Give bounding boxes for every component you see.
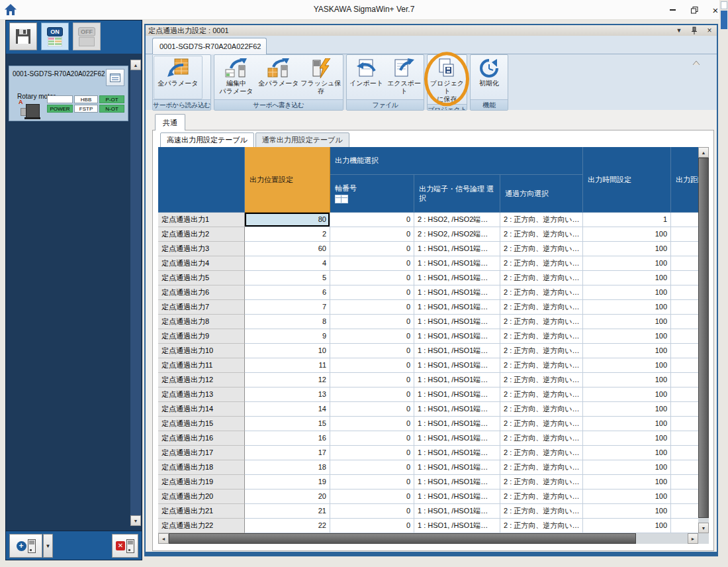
- cell-output-time[interactable]: 1: [583, 213, 671, 227]
- cell-output-time[interactable]: 100: [583, 519, 671, 533]
- cell-output-terminal[interactable]: 2 : HSO2, /HSO2端…: [414, 227, 500, 242]
- cell-output-time[interactable]: 100: [583, 475, 671, 490]
- cell-output-time[interactable]: 100: [583, 300, 671, 315]
- cell-passing-direction[interactable]: 2 : 正方向、逆方向い…: [500, 431, 583, 446]
- cell-axis-number[interactable]: 0: [330, 460, 414, 475]
- cell-axis-number[interactable]: 0: [330, 358, 414, 373]
- cell-axis-number[interactable]: 0: [330, 315, 414, 329]
- cell-passing-direction[interactable]: 2 : 正方向、逆方向い…: [500, 519, 583, 533]
- sidebar-scrollbar[interactable]: ▲ ▼: [130, 60, 141, 526]
- cell-axis-number[interactable]: 0: [330, 242, 414, 256]
- cell-output-position[interactable]: 10: [245, 344, 330, 358]
- cell-axis-number[interactable]: 0: [330, 227, 414, 242]
- cell-axis-number[interactable]: 0: [330, 285, 414, 300]
- cell-passing-direction[interactable]: 2 : 正方向、逆方向い…: [500, 490, 583, 504]
- cell-output-terminal[interactable]: 1 : HSO1, /HSO1端…: [414, 373, 500, 387]
- cell-axis-number[interactable]: 0: [330, 490, 414, 504]
- cell-output-distance[interactable]: [671, 344, 698, 358]
- cell-output-terminal[interactable]: 1 : HSO1, /HSO1端…: [414, 460, 500, 475]
- minimize-icon[interactable]: [665, 4, 680, 16]
- cell-passing-direction[interactable]: 2 : 正方向、逆方向い…: [500, 460, 583, 475]
- cell-axis-number[interactable]: 0: [330, 475, 414, 490]
- cell-output-distance[interactable]: [671, 329, 698, 344]
- ribbon-button-export[interactable]: エクスポート: [385, 56, 423, 99]
- save-button[interactable]: [9, 23, 37, 50]
- cell-output-distance[interactable]: [671, 285, 698, 300]
- cell-axis-number[interactable]: 0: [330, 417, 414, 431]
- cell-output-terminal[interactable]: 1 : HSO1, /HSO1端…: [414, 446, 500, 460]
- cell-output-terminal[interactable]: 1 : HSO1, /HSO1端…: [414, 475, 500, 490]
- ribbon-button-import[interactable]: インポート: [347, 56, 385, 99]
- cell-output-terminal[interactable]: 1 : HSO1, /HSO1端…: [414, 387, 500, 402]
- scroll-down-icon[interactable]: ▼: [130, 515, 141, 526]
- cell-axis-number[interactable]: 0: [330, 446, 414, 460]
- device-card[interactable]: 0001-SGD7S-R70A20A022F62 Rotary motor A …: [9, 66, 128, 121]
- cell-axis-number[interactable]: 0: [330, 431, 414, 446]
- cell-output-time[interactable]: 100: [583, 504, 671, 519]
- cell-output-terminal[interactable]: 1 : HSO1, /HSO1端…: [414, 315, 500, 329]
- cell-axis-number[interactable]: 0: [330, 344, 414, 358]
- cell-output-position[interactable]: 14: [245, 402, 330, 417]
- table-vertical-scrollbar[interactable]: ▲ ▼: [698, 147, 709, 533]
- cell-passing-direction[interactable]: 2 : 正方向、逆方向い…: [500, 300, 583, 315]
- sub-tab-active[interactable]: 高速出力用設定テーブル: [160, 132, 254, 148]
- tab-common[interactable]: 共通: [155, 114, 185, 130]
- cell-output-position[interactable]: 5: [245, 271, 330, 285]
- scroll-down-icon[interactable]: ▼: [698, 523, 709, 533]
- cell-output-time[interactable]: 100: [583, 271, 671, 285]
- cell-axis-number[interactable]: 0: [330, 213, 414, 227]
- cell-output-time[interactable]: 100: [583, 329, 671, 344]
- device-detail-button[interactable]: [106, 69, 124, 86]
- cell-axis-number[interactable]: 0: [330, 300, 414, 315]
- cell-output-position[interactable]: 2: [245, 227, 330, 242]
- ribbon-button-write-editing-params[interactable]: 編集中 パラメータ: [215, 56, 257, 99]
- cell-output-terminal[interactable]: 1 : HSO1, /HSO1端…: [414, 271, 500, 285]
- cell-output-terminal[interactable]: 1 : HSO1, /HSO1端…: [414, 402, 500, 417]
- cell-output-terminal[interactable]: 1 : HSO1, /HSO1端…: [414, 300, 500, 315]
- cell-axis-number[interactable]: 0: [330, 329, 414, 344]
- scroll-up-icon[interactable]: ▲: [130, 60, 141, 70]
- cell-output-terminal[interactable]: 1 : HSO1, /HSO1端…: [414, 431, 500, 446]
- cell-output-time[interactable]: 100: [583, 373, 671, 387]
- cell-passing-direction[interactable]: 2 : 正方向、逆方向い…: [500, 402, 583, 417]
- cell-output-time[interactable]: 100: [583, 256, 671, 271]
- cell-output-time[interactable]: 100: [583, 285, 671, 300]
- add-drive-dropdown[interactable]: ▼: [43, 534, 53, 558]
- cell-output-position[interactable]: 22: [245, 519, 330, 533]
- cell-output-time[interactable]: 100: [583, 358, 671, 373]
- cell-output-distance[interactable]: [671, 271, 698, 285]
- cell-output-position[interactable]: 17: [245, 446, 330, 460]
- ribbon-button-write-all-params[interactable]: 全パラメータ: [257, 56, 300, 99]
- cell-output-distance[interactable]: [671, 315, 698, 329]
- device-tab[interactable]: 0001-SGD7S-R70A20A022F62: [152, 38, 267, 54]
- add-drive-button[interactable]: +: [9, 534, 42, 558]
- cell-output-position[interactable]: 60: [245, 242, 330, 256]
- cell-output-position[interactable]: 6: [245, 285, 330, 300]
- cell-output-distance[interactable]: [671, 242, 698, 256]
- cell-output-time[interactable]: 100: [583, 417, 671, 431]
- cell-output-terminal[interactable]: 1 : HSO1, /HSO1端…: [414, 256, 500, 271]
- ribbon-button-save-to-project[interactable]: プロジェクト に保存: [428, 56, 466, 104]
- servo-on-button[interactable]: ON: [41, 23, 69, 50]
- cell-output-terminal[interactable]: 2 : HSO2, /HSO2端…: [414, 213, 500, 227]
- cell-passing-direction[interactable]: 2 : 正方向、逆方向い…: [500, 387, 583, 402]
- remove-drive-button[interactable]: ✕: [112, 534, 138, 558]
- cell-passing-direction[interactable]: 2 : 正方向、逆方向い…: [500, 213, 583, 227]
- cell-passing-direction[interactable]: 2 : 正方向、逆方向い…: [500, 242, 583, 256]
- cell-passing-direction[interactable]: 2 : 正方向、逆方向い…: [500, 475, 583, 490]
- cell-passing-direction[interactable]: 2 : 正方向、逆方向い…: [500, 446, 583, 460]
- vertical-scroll-thumb[interactable]: [698, 158, 709, 518]
- cell-output-position[interactable]: 18: [245, 460, 330, 475]
- cell-output-distance[interactable]: [671, 504, 698, 519]
- restore-icon[interactable]: [687, 4, 702, 16]
- cell-output-terminal[interactable]: 1 : HSO1, /HSO1端…: [414, 329, 500, 344]
- cell-output-terminal[interactable]: 1 : HSO1, /HSO1端…: [414, 344, 500, 358]
- ribbon-button-flash-save[interactable]: フラッシュ保存: [300, 56, 342, 99]
- cell-passing-direction[interactable]: 2 : 正方向、逆方向い…: [500, 329, 583, 344]
- cell-output-position[interactable]: 7: [245, 300, 330, 315]
- cell-output-time[interactable]: 100: [583, 431, 671, 446]
- table-horizontal-scrollbar[interactable]: ◄ ►: [158, 533, 698, 544]
- cell-output-distance[interactable]: [671, 300, 698, 315]
- cell-axis-number[interactable]: 0: [330, 504, 414, 519]
- cell-output-time[interactable]: 100: [583, 446, 671, 460]
